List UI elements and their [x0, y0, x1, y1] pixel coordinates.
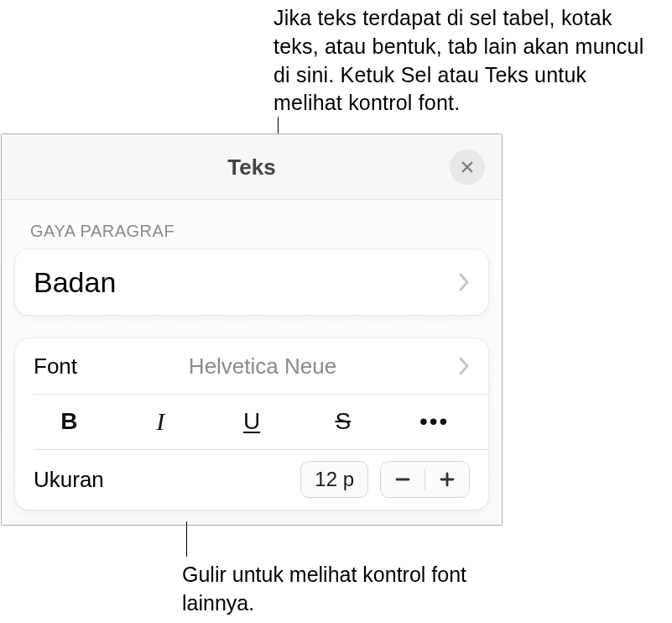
text-style-row: B I U S ••• [15, 394, 488, 449]
callout-top-text: Jika teks terdapat di sel tabel, kotak t… [273, 4, 659, 118]
paragraph-style-section-label: GAYA PARAGRAF [2, 200, 502, 249]
callout-bottom-leader [186, 521, 187, 557]
italic-button[interactable]: I [115, 394, 206, 449]
panel-header: Teks [2, 134, 502, 200]
font-label: Font [34, 353, 77, 380]
paragraph-style-value: Badan [34, 266, 116, 299]
close-icon [460, 160, 475, 175]
font-card: Font Helvetica Neue B I U S ••• Ukuran 1… [15, 338, 488, 510]
size-decrease-button[interactable] [381, 462, 425, 497]
strikethrough-button[interactable]: S [297, 395, 388, 448]
size-value-field[interactable]: 12 p [300, 461, 368, 498]
plus-icon [439, 471, 456, 488]
paragraph-style-row[interactable]: Badan [15, 249, 488, 315]
text-format-panel: Teks GAYA PARAGRAF Badan Font Helvetica … [1, 134, 503, 526]
size-stepper [380, 461, 470, 498]
close-button[interactable] [450, 149, 485, 185]
chevron-right-icon [458, 273, 470, 291]
bold-button[interactable]: B [23, 395, 115, 448]
more-styles-button[interactable]: ••• [388, 395, 480, 448]
size-row: Ukuran 12 p [15, 449, 488, 510]
underline-button[interactable]: U [206, 395, 298, 448]
minus-icon [394, 471, 411, 488]
font-row[interactable]: Font Helvetica Neue [15, 338, 488, 394]
panel-title: Teks [2, 154, 502, 181]
size-label: Ukuran [34, 467, 104, 493]
callout-bottom-text: Gulir untuk melihat kontrol font lainnya… [182, 561, 518, 618]
font-value: Helvetica Neue [189, 353, 346, 380]
chevron-right-icon [458, 357, 470, 375]
size-increase-button[interactable] [425, 462, 469, 497]
paragraph-style-card: Badan [15, 249, 488, 315]
